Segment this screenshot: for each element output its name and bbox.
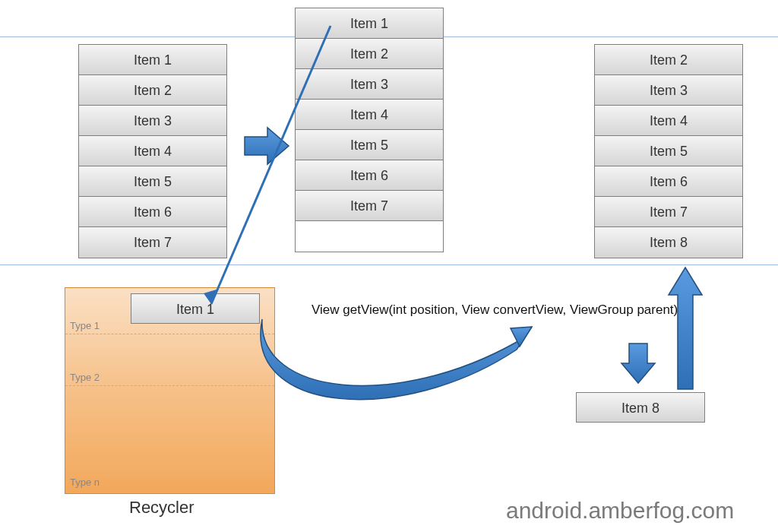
list-item: Item 3 — [595, 75, 742, 106]
list-after: Item 2 Item 3 Item 4 Item 5 Item 6 Item … — [594, 44, 743, 258]
new-item: Item 8 — [576, 392, 705, 423]
recycled-item: Item 1 — [131, 293, 260, 324]
list-item: Item 3 — [79, 106, 226, 136]
list-scrolling: Item 1 Item 2 Item 3 Item 4 Item 5 Item … — [295, 8, 444, 252]
arrow-right-icon — [245, 128, 289, 164]
list-item: Item 7 — [595, 197, 742, 227]
recycler-divider — [65, 385, 274, 386]
list-item: Item 6 — [79, 197, 226, 227]
getview-signature: View getView(int position, View convertV… — [312, 302, 678, 318]
svg-marker-2 — [511, 327, 532, 347]
viewport-bottom-line — [0, 264, 778, 265]
arrow-swoosh-icon — [261, 319, 532, 400]
list-item: Item 6 — [595, 166, 742, 197]
recycler-type-label: Type n — [70, 477, 100, 488]
list-item: Item 2 — [296, 39, 443, 69]
attribution: android.amberfog.com — [506, 498, 734, 524]
diagram-stage: Item 1 Item 2 Item 3 Item 4 Item 5 Item … — [0, 0, 778, 532]
recycler-divider — [65, 334, 274, 334]
recycler-type-label: Type 1 — [70, 320, 100, 331]
list-item: Item 8 — [595, 227, 742, 258]
list-item: Item 5 — [296, 130, 443, 160]
list-item: Item 5 — [79, 166, 226, 197]
recycler-type-label: Type 2 — [70, 372, 100, 383]
list-item: Item 2 — [595, 45, 742, 75]
list-before: Item 1 Item 2 Item 3 Item 4 Item 5 Item … — [78, 44, 227, 258]
arrow-down-icon — [621, 344, 655, 383]
list-item: Item 7 — [79, 227, 226, 258]
list-item: Item 6 — [296, 160, 443, 191]
list-item: Item 4 — [595, 106, 742, 136]
list-item: Item 5 — [595, 136, 742, 166]
list-item: Item 4 — [296, 100, 443, 130]
recycler-caption: Recycler — [129, 498, 194, 518]
list-item: Item 4 — [79, 136, 226, 166]
list-item: Item 3 — [296, 69, 443, 100]
list-item: Item 1 — [296, 8, 443, 39]
list-empty-slot — [296, 221, 443, 252]
list-item: Item 7 — [296, 191, 443, 221]
list-item: Item 1 — [79, 45, 226, 75]
arrow-up-icon — [669, 268, 702, 389]
list-item: Item 2 — [79, 75, 226, 106]
